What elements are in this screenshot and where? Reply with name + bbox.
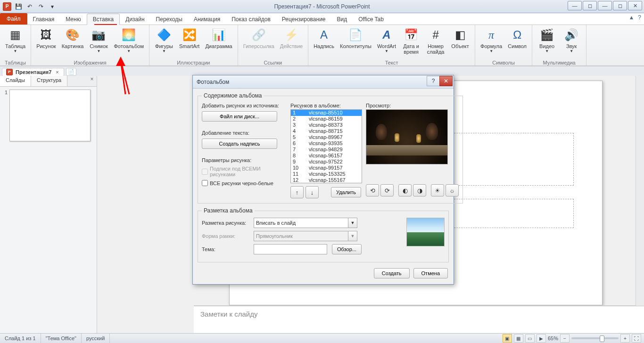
btn-headerfooter[interactable]: 📄Колонтитулы [338,26,374,60]
zoom-value[interactable]: 65% [548,335,558,341]
zoom-in[interactable]: + [620,334,630,343]
btn-new-caption[interactable]: Создать надпись [202,139,277,149]
new-doc-tab[interactable]: 📄 [66,68,76,76]
win-close[interactable]: ✕ [628,1,642,10]
chevron-down-icon[interactable]: ▼ [348,218,357,228]
status-slide[interactable]: Слайд 1 из 1 [0,334,41,343]
status-language[interactable]: русский [82,334,110,343]
ribbon-collapse-icon[interactable]: ▲ [628,14,634,21]
list-item[interactable]: 12vlcsnap-155167 [291,177,362,183]
btn-symbol[interactable]: ΩСимвол [505,26,529,60]
tab-home[interactable]: Главная [27,14,60,24]
btn-file-disk[interactable]: Файл или диск... [202,111,277,122]
panel-close[interactable]: × [87,76,97,86]
zoom-slider[interactable] [571,337,619,339]
thumbnails[interactable]: 1 [0,87,97,334]
document-tab[interactable]: P Презентация7 × [2,68,64,76]
list-item[interactable]: 3vlcsnap-88373 [291,122,362,128]
view-reading[interactable]: ▭ [525,334,535,343]
btn-video[interactable]: 🎬Видео▼ [535,26,559,60]
win-maximize[interactable]: ◻ [613,1,627,10]
btn-browse[interactable]: Обзор... [332,244,362,254]
status-theme[interactable]: "Тема Office" [41,334,82,343]
btn-screenshot[interactable]: 📷Снимок▼ [87,26,110,60]
doc-close[interactable]: × [54,69,60,75]
tab-menu[interactable]: Меню [60,14,86,24]
dialog-close[interactable]: ✕ [439,76,453,86]
thumb-item[interactable]: 1 [3,90,94,141]
scrollbar-vertical[interactable] [636,76,644,314]
doc-minimize[interactable]: — [568,1,582,10]
view-sorter[interactable]: ▦ [514,334,523,343]
combo-pic-layout[interactable]: Вписать в слайд▼ [254,218,357,228]
btn-audio[interactable]: 🔊Звук▼ [560,26,583,60]
group-label: Иллюстрации [177,60,210,66]
dialog-help[interactable]: ? [427,76,440,86]
qat-customize[interactable]: ▾ [47,1,58,12]
btn-brightness-down[interactable]: ☼ [446,184,459,196]
btn-brightness-up[interactable]: ☀ [431,184,444,196]
list-item[interactable]: 7vlcsnap-94829 [291,147,362,153]
btn-wordart[interactable]: AWordArt▼ [375,26,398,60]
chk-all-bw[interactable]: ВСЕ рисунки черно-белые [202,180,286,186]
list-item[interactable]: 10vlcsnap-99157 [291,165,362,171]
zoom-out[interactable]: − [560,334,570,343]
notes-pane[interactable]: Заметки к слайду [194,306,644,334]
list-item[interactable]: 5vlcsnap-89967 [291,134,362,140]
win-minimize[interactable]: — [598,1,612,10]
btn-rotate-left[interactable]: ⟲ [366,184,379,196]
btn-picture[interactable]: 🖼Рисунок [34,26,58,60]
btn-photoalbum[interactable]: 🌅Фотоальбом▼ [111,26,146,60]
help-icon[interactable]: ? [638,14,641,21]
tab-outline[interactable]: Структура [31,76,67,86]
dialog-titlebar[interactable]: Фотоальбом ? ✕ [193,75,454,89]
tab-review[interactable]: Рецензирование [276,14,331,24]
list-item[interactable]: 4vlcsnap-88715 [291,128,362,134]
btn-smartart[interactable]: 🔀SmartArt [177,26,202,60]
btn-contrast-up[interactable]: ◐ [398,184,412,196]
btn-textbox[interactable]: AНадпись [311,26,337,60]
btn-move-down[interactable]: ↓ [305,186,319,198]
tab-file[interactable]: Файл [0,13,27,24]
btn-move-up[interactable]: ↑ [290,186,304,198]
list-item[interactable]: 11vlcsnap-153325 [291,171,362,177]
doc-icon: P [6,69,13,75]
app-icon[interactable]: P [2,1,12,12]
btn-contrast-down[interactable]: ◑ [413,184,426,196]
btn-cancel[interactable]: Отмена [413,268,448,278]
btn-remove[interactable]: Удалить [331,187,361,197]
list-item[interactable]: 1vlcsnap-85510 [291,110,362,116]
tab-slideshow[interactable]: Показ слайдов [226,14,276,24]
tab-animations[interactable]: Анимация [188,14,226,24]
btn-slidenumber[interactable]: #Номер слайда [424,26,447,60]
btn-create[interactable]: Создать [374,268,410,278]
btn-chart[interactable]: 📊Диаграмма [203,26,234,60]
btn-equation[interactable]: πФормула▼ [478,26,504,60]
btn-clipart[interactable]: 🎨Картинка [59,26,86,60]
list-item[interactable]: 8vlcsnap-96157 [291,153,362,159]
list-item[interactable]: 2vlcsnap-86159 [291,116,362,122]
input-theme[interactable] [254,244,327,254]
doc-restore[interactable]: ◻ [583,1,597,10]
qat-redo[interactable]: ↷ [36,1,46,12]
pictures-listbox[interactable]: 1vlcsnap-855102vlcsnap-861593vlcsnap-883… [290,109,362,183]
view-normal[interactable]: ▣ [503,334,512,343]
tab-view[interactable]: Вид [331,14,353,24]
tab-transitions[interactable]: Переходы [150,14,188,24]
btn-datetime[interactable]: 📅Дата и время [399,26,423,60]
list-item[interactable]: 6vlcsnap-93935 [291,140,362,147]
thumbnail[interactable] [9,90,91,141]
btn-table[interactable]: ▦Таблица▼ [3,26,28,60]
qat-undo[interactable]: ↶ [25,1,35,12]
zoom-fit[interactable]: ⛶ [632,334,641,343]
view-slideshow[interactable]: ▶ [537,334,546,343]
list-item[interactable]: 9vlcsnap-97522 [291,159,362,165]
btn-object[interactable]: ◧Объект [448,26,472,60]
btn-shapes[interactable]: 🔷Фигуры▼ [152,26,176,60]
tab-officetab[interactable]: Office Tab [353,14,389,24]
tab-slides[interactable]: Слайды [0,76,31,86]
qat-save[interactable]: 💾 [13,1,24,12]
tab-insert[interactable]: Вставка [87,14,120,25]
btn-rotate-right[interactable]: ⟳ [380,184,394,196]
tab-design[interactable]: Дизайн [120,14,150,24]
